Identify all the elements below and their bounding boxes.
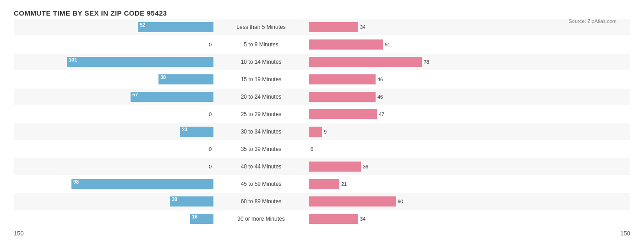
bar-female [309, 162, 361, 172]
female-value: 60 [398, 199, 403, 204]
male-value: 0 [209, 42, 212, 47]
female-value: 78 [424, 59, 429, 65]
male-side: 0 [14, 144, 215, 154]
female-side: 78 [307, 57, 508, 67]
female-value: 51 [385, 42, 390, 47]
male-value: 0 [209, 164, 212, 169]
male-side: 16 [14, 214, 215, 224]
male-side: 52 [14, 22, 215, 32]
table-row: 3815 to 19 Minutes46 [14, 71, 630, 88]
female-value: 46 [377, 94, 383, 100]
male-value: 38 [160, 74, 166, 80]
table-row: 025 to 29 Minutes47 [14, 106, 630, 123]
row-label: 30 to 34 Minutes [215, 128, 307, 135]
chart-area: 52Less than 5 Minutes3405 to 9 Minutes51… [14, 19, 630, 240]
source-label: Source: ZipAtlas.com [568, 18, 617, 24]
female-value: 34 [360, 216, 366, 222]
table-row: 5720 to 24 Minutes46 [14, 89, 630, 105]
male-value: 0 [209, 112, 212, 117]
bar-male: 57 [131, 92, 213, 102]
table-row: 3060 to 89 Minutes60 [14, 193, 630, 210]
male-side: 0 [14, 109, 215, 119]
female-value: 36 [363, 164, 368, 169]
chart-title: COMMUTE TIME BY SEX IN ZIP CODE 95423 [14, 9, 630, 17]
row-label: 35 to 39 Minutes [215, 146, 307, 152]
row-label: 60 to 89 Minutes [215, 198, 307, 205]
male-side: 0 [14, 162, 215, 172]
row-label: 20 to 24 Minutes [215, 94, 307, 100]
male-side: 101 [14, 57, 215, 67]
bar-male: 98 [71, 179, 213, 189]
female-side: 51 [307, 39, 508, 50]
bar-male: 52 [138, 22, 213, 32]
axis-labels: 150 150 [14, 230, 630, 237]
bar-female [309, 57, 422, 67]
male-side: 98 [14, 179, 215, 189]
row-label: 15 to 19 Minutes [215, 76, 307, 83]
bar-female [309, 179, 339, 189]
male-side: 23 [14, 127, 215, 137]
bar-female [309, 74, 376, 84]
male-value: 30 [172, 196, 177, 202]
female-value: 34 [360, 24, 366, 30]
female-value: 47 [379, 112, 384, 117]
male-value: 101 [69, 57, 77, 62]
axis-left: 150 [14, 230, 24, 237]
male-side: 0 [14, 39, 215, 50]
table-row: 52Less than 5 Minutes34 [14, 19, 630, 35]
male-side: 38 [14, 74, 215, 84]
bar-male: 30 [170, 196, 213, 207]
male-value: 57 [132, 92, 138, 97]
female-side: 21 [307, 179, 508, 189]
table-row: 1690 or more Minutes34 [14, 211, 630, 227]
chart-rows: 52Less than 5 Minutes3405 to 9 Minutes51… [14, 19, 630, 228]
table-row: 05 to 9 Minutes51 [14, 36, 630, 53]
row-label: 40 to 44 Minutes [215, 163, 307, 170]
table-row: 2330 to 34 Minutes9 [14, 123, 630, 140]
table-row: 9845 to 59 Minutes21 [14, 176, 630, 192]
bar-male: 38 [158, 74, 213, 84]
bar-female [309, 109, 377, 119]
row-label: 25 to 29 Minutes [215, 111, 307, 117]
female-value: 0 [311, 146, 313, 152]
row-label: Less than 5 Minutes [215, 24, 307, 30]
female-side: 46 [307, 92, 508, 102]
bar-female [309, 92, 376, 102]
row-label: 5 to 9 Minutes [215, 41, 307, 48]
bar-female [309, 127, 322, 137]
bar-male: 23 [180, 127, 213, 137]
male-value: 98 [73, 179, 79, 184]
male-value: 0 [209, 146, 212, 152]
female-side: 46 [307, 74, 508, 84]
bar-female [309, 214, 358, 224]
female-side: 0 [307, 144, 508, 154]
bar-female [309, 22, 358, 32]
male-value: 23 [182, 127, 187, 132]
male-side: 30 [14, 196, 215, 207]
female-side: 9 [307, 127, 508, 137]
row-label: 45 to 59 Minutes [215, 181, 307, 187]
bar-female [309, 39, 383, 50]
row-label: 90 or more Minutes [215, 216, 307, 222]
female-value: 46 [377, 77, 383, 82]
female-side: 47 [307, 109, 508, 119]
male-value: 52 [140, 22, 145, 28]
female-side: 60 [307, 196, 508, 207]
bar-male: 101 [67, 57, 213, 67]
female-side: 36 [307, 162, 508, 172]
female-value: 21 [341, 181, 347, 187]
female-side: 34 [307, 22, 508, 32]
bar-female [309, 196, 396, 207]
male-value: 16 [192, 214, 197, 219]
female-side: 34 [307, 214, 508, 224]
table-row: 10110 to 14 Minutes78 [14, 54, 630, 70]
row-label: 10 to 14 Minutes [215, 59, 307, 65]
table-row: 040 to 44 Minutes36 [14, 158, 630, 175]
bar-male: 16 [190, 214, 213, 224]
female-value: 9 [324, 129, 327, 134]
male-side: 57 [14, 92, 215, 102]
axis-right: 150 [620, 230, 630, 237]
table-row: 035 to 39 Minutes0 [14, 141, 630, 157]
